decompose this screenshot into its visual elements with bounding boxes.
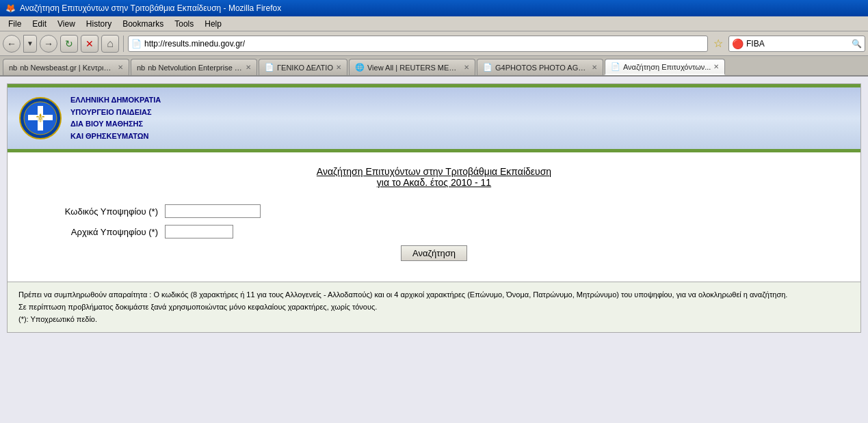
candidate-initials-input[interactable] bbox=[165, 225, 233, 238]
back-dropdown-button[interactable]: ▼ bbox=[23, 35, 37, 53]
page-bottom bbox=[0, 405, 868, 423]
title-line2: για το Ακαδ. έτος 2010 - 11 bbox=[35, 177, 833, 188]
stop-button[interactable]: ✕ bbox=[81, 35, 98, 53]
menu-bookmarks[interactable]: Bookmarks bbox=[118, 18, 168, 30]
svg-text:⚜: ⚜ bbox=[35, 111, 46, 125]
ministry-line1: ΕΛΛΗΝΙΚΗ ΔΗΜΟΚΡΑΤΙΑ bbox=[70, 94, 161, 107]
content-frame: ⚜ ΕΛΛΗΝΙΚΗ ΔΗΜΟΚΡΑΤΙΑ ΥΠΟΥΡΓΕΙΟ ΠΑΙΔΕΙΑΣ… bbox=[7, 83, 861, 333]
search-btn-row: Αναζήτηση bbox=[35, 245, 833, 261]
ministry-line3: ΔΙΑ ΒΙΟΥ ΜΑΘΗΣΗΣ bbox=[70, 118, 161, 131]
search-engine-icon: 🔴 bbox=[732, 38, 744, 49]
reload-button[interactable]: ↻ bbox=[60, 35, 78, 53]
window-title: Αναζήτηση Επιτυχόντων στην Τριτοβάθμια Ε… bbox=[20, 3, 281, 13]
title-bar: 🦊 Αναζήτηση Επιτυχόντων στην Τριτοβάθμια… bbox=[0, 0, 868, 16]
tab-label: nb Netvolution Enterprise v3.9.0.... bbox=[148, 64, 243, 72]
logo-area: ⚜ ΕΛΛΗΝΙΚΗ ΔΗΜΟΚΡΑΤΙΑ ΥΠΟΥΡΓΕΙΟ ΠΑΙΔΕΙΑΣ… bbox=[8, 87, 860, 149]
tab-g4photos[interactable]: 📄 G4PHOTOS PHOTO AGENCY ✕ bbox=[477, 59, 603, 75]
page-content: ⚜ ΕΛΛΗΝΙΚΗ ΔΗΜΟΚΡΑΤΙΑ ΥΠΟΥΡΓΕΙΟ ΠΑΙΔΕΙΑΣ… bbox=[0, 77, 868, 405]
candidate-code-input[interactable] bbox=[165, 204, 261, 218]
header-wrapper: ⚜ ΕΛΛΗΝΙΚΗ ΔΗΜΟΚΡΑΤΙΑ ΥΠΟΥΡΓΕΙΟ ΠΑΙΔΕΙΑΣ… bbox=[8, 86, 860, 150]
nav-bar: ← ▼ → ↻ ✕ ⌂ 📄 ☆ 🔴 🔍 bbox=[0, 31, 868, 56]
page-title: Αναζήτηση Επιτυχόντων στην Τριτοβάθμια Ε… bbox=[35, 166, 833, 188]
tab-newsbeast[interactable]: nb nb Newsbeast.gr | Κεντρική Σελί... ✕ bbox=[3, 59, 129, 75]
back-button[interactable]: ← bbox=[3, 35, 21, 53]
title-line1: Αναζήτηση Επιτυχόντων στην Τριτοβάθμια Ε… bbox=[35, 166, 833, 177]
search-submit-button[interactable]: Αναζήτηση bbox=[401, 245, 467, 261]
tab-label: View All | REUTERS MEDIAEX... bbox=[367, 64, 461, 72]
menu-view[interactable]: View bbox=[53, 18, 79, 30]
tab-close-newsbeast[interactable]: ✕ bbox=[118, 64, 123, 71]
bookmark-star-button[interactable]: ☆ bbox=[711, 36, 726, 51]
menu-edit[interactable]: Edit bbox=[28, 18, 51, 30]
tab-label: G4PHOTOS PHOTO AGENCY bbox=[495, 64, 589, 72]
tab-netvolution[interactable]: nb nb Netvolution Enterprise v3.9.0.... … bbox=[131, 59, 257, 75]
page-icon: 📄 bbox=[131, 39, 142, 49]
search-form: Κωδικός Υποψηφίου (*) Αρχικά Υποψηφίου (… bbox=[35, 204, 833, 261]
search-input[interactable] bbox=[746, 39, 849, 49]
ministry-line4: ΚΑΙ ΘΡΗΣΚΕΥΜΑΤΩΝ bbox=[70, 131, 161, 143]
tab-favicon-geniko: 📄 bbox=[265, 63, 274, 72]
firefox-icon: 🦊 bbox=[5, 3, 16, 13]
forward-button[interactable]: → bbox=[40, 35, 57, 53]
menu-help[interactable]: Help bbox=[200, 18, 226, 30]
tab-anazitisi[interactable]: 📄 Αναζήτηση Επιτυχόντων... ✕ bbox=[605, 59, 725, 75]
address-input[interactable] bbox=[144, 39, 705, 49]
address-bar-wrap: 📄 bbox=[128, 36, 708, 52]
info-text: Πρέπει να συμπληρωθούν απαραίτητα : Ο κω… bbox=[8, 282, 860, 332]
info-line2: Σε περίπτωση προβλήματος δοκιμάστε ξανά … bbox=[18, 301, 850, 314]
tab-favicon-newsbeast: nb bbox=[9, 64, 17, 72]
tab-favicon-anazitisi: 📄 bbox=[611, 62, 620, 71]
candidate-code-row: Κωδικός Υποψηφίου (*) bbox=[35, 204, 833, 218]
tab-close-anazitisi[interactable]: ✕ bbox=[713, 63, 719, 70]
ministry-text: ΕΛΛΗΝΙΚΗ ΔΗΜΟΚΡΑΤΙΑ ΥΠΟΥΡΓΕΙΟ ΠΑΙΔΕΙΑΣ Δ… bbox=[70, 94, 161, 142]
search-submit-icon[interactable]: 🔍 bbox=[852, 39, 862, 49]
candidate-initials-row: Αρχικά Υποψηφίου (*) bbox=[35, 225, 833, 238]
tab-label: ΓΕΝΙΚΟ ΔΕΛΤΙΟ bbox=[277, 64, 333, 72]
tab-favicon-netvolution: nb bbox=[137, 64, 145, 72]
menu-file[interactable]: File bbox=[4, 18, 25, 30]
search-box-wrap: 🔴 🔍 bbox=[728, 36, 865, 52]
coat-of-arms: ⚜ bbox=[18, 96, 62, 140]
tab-favicon-g4photos: 📄 bbox=[483, 63, 492, 72]
info-line1: Πρέπει να συμπληρωθούν απαραίτητα : Ο κω… bbox=[18, 289, 850, 301]
tab-favicon-reuters: 🌐 bbox=[355, 63, 365, 72]
tab-label: Αναζήτηση Επιτυχόντων... bbox=[623, 63, 711, 71]
candidate-initials-label: Αρχικά Υποψηφίου (*) bbox=[35, 227, 158, 237]
candidate-code-label: Κωδικός Υποψηφίου (*) bbox=[35, 206, 158, 217]
ministry-line2: ΥΠΟΥΡΓΕΙΟ ΠΑΙΔΕΙΑΣ bbox=[70, 107, 161, 119]
menu-history[interactable]: History bbox=[82, 18, 116, 30]
tab-label: nb Newsbeast.gr | Κεντρική Σελί... bbox=[20, 64, 115, 72]
tab-close-reuters[interactable]: ✕ bbox=[464, 64, 469, 71]
menu-bar: File Edit View History Bookmarks Tools H… bbox=[0, 16, 868, 31]
tab-close-g4photos[interactable]: ✕ bbox=[592, 64, 597, 71]
tab-reuters[interactable]: 🌐 View All | REUTERS MEDIAEX... ✕ bbox=[349, 59, 475, 75]
nav-separator bbox=[123, 36, 124, 52]
home-button[interactable]: ⌂ bbox=[101, 35, 119, 53]
menu-tools[interactable]: Tools bbox=[170, 18, 198, 30]
tab-geniko[interactable]: 📄 ΓΕΝΙΚΟ ΔΕΛΤΙΟ ✕ bbox=[259, 59, 347, 75]
tab-close-geniko[interactable]: ✕ bbox=[336, 64, 341, 71]
tabs-bar: nb nb Newsbeast.gr | Κεντρική Σελί... ✕ … bbox=[0, 56, 868, 77]
form-area: Αναζήτηση Επιτυχόντων στην Τριτοβάθμια Ε… bbox=[8, 152, 860, 282]
info-line3: (*): Υποχρεωτικό πεδίο. bbox=[18, 314, 850, 326]
tab-close-netvolution[interactable]: ✕ bbox=[246, 64, 251, 71]
